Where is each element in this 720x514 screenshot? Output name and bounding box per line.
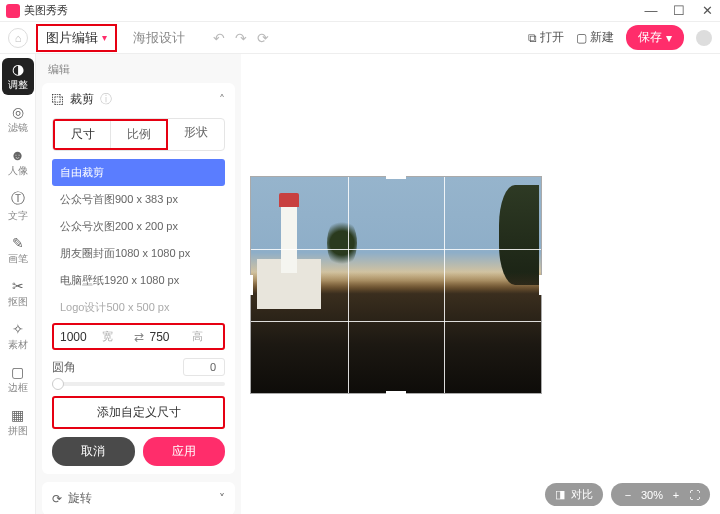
preset-moments[interactable]: 朋友圈封面1080 x 1080 px	[52, 240, 225, 267]
portrait-icon: ☻	[10, 147, 25, 163]
border-icon: ▢	[11, 364, 24, 380]
rail-border[interactable]: ▢边框	[2, 361, 34, 398]
preset-wallpaper[interactable]: 电脑壁纸1920 x 1080 px	[52, 267, 225, 294]
zoom-value: 30%	[641, 489, 663, 501]
height-input[interactable]	[150, 330, 188, 344]
adjust-icon: ◑	[12, 61, 24, 77]
cutout-icon: ✂	[12, 278, 24, 294]
avatar[interactable]	[696, 30, 712, 46]
crop-handle-br[interactable]	[531, 383, 545, 397]
width-input[interactable]	[60, 330, 98, 344]
corner-label: 圆角	[52, 359, 76, 376]
zoom-out-button[interactable]: −	[621, 489, 635, 501]
chevron-down-icon: ˅	[219, 492, 225, 506]
app-logo	[6, 4, 20, 18]
chevron-down-icon: ▾	[666, 31, 672, 45]
rail-cutout[interactable]: ✂抠图	[2, 275, 34, 312]
save-button[interactable]: 保存▾	[626, 25, 684, 50]
window-minimize[interactable]: —	[644, 3, 658, 18]
tab-poster-design[interactable]: 海报设计	[123, 26, 195, 50]
brush-icon: ✎	[12, 235, 24, 251]
crop-handle-tl[interactable]	[247, 173, 261, 187]
home-button[interactable]: ⌂	[8, 28, 28, 48]
crop-handle-r[interactable]	[539, 275, 544, 295]
app-name: 美图秀秀	[24, 3, 68, 18]
corner-value[interactable]: 0	[183, 358, 225, 376]
rail-portrait[interactable]: ☻人像	[2, 144, 34, 181]
compare-button[interactable]: ◨对比	[545, 483, 603, 506]
cancel-button[interactable]: 取消	[52, 437, 135, 466]
crop-handle-b[interactable]	[386, 391, 406, 396]
window-close[interactable]: ✕	[700, 3, 714, 18]
crop-icon: ⿻	[52, 93, 64, 107]
link-dimensions-icon[interactable]: ⇄	[134, 330, 144, 344]
tab-image-edit[interactable]: 图片编辑 ▾	[36, 24, 117, 52]
fit-screen-icon[interactable]: ⛶	[689, 489, 700, 501]
rail-text[interactable]: Ⓣ文字	[2, 187, 34, 226]
rail-puzzle[interactable]: ▦拼图	[2, 404, 34, 441]
chevron-up-icon: ˄	[219, 93, 225, 107]
preset-free[interactable]: 自由裁剪	[52, 159, 225, 186]
material-icon: ✧	[12, 321, 24, 337]
text-icon: Ⓣ	[11, 190, 25, 208]
preset-logo[interactable]: Logo设计500 x 500 px	[52, 294, 225, 321]
tab-size[interactable]: 尺寸	[55, 121, 110, 148]
open-icon: ⧉	[528, 31, 537, 45]
tab-image-edit-label: 图片编辑	[46, 29, 98, 47]
preset-wechat-2[interactable]: 公众号次图200 x 200 px	[52, 213, 225, 240]
window-maximize[interactable]: ☐	[672, 3, 686, 18]
preset-wechat-1[interactable]: 公众号首图900 x 383 px	[52, 186, 225, 213]
chevron-down-icon: ▾	[102, 32, 107, 43]
image-preview[interactable]	[250, 176, 542, 394]
redo-button[interactable]: ↷	[235, 30, 247, 46]
history-button[interactable]: ⟳	[257, 30, 269, 46]
tab-ratio[interactable]: 比例	[110, 121, 166, 148]
zoom-in-button[interactable]: +	[669, 489, 683, 501]
filter-icon: ◎	[12, 104, 24, 120]
rail-adjust[interactable]: ◑调整	[2, 58, 34, 95]
tab-shape[interactable]: 形状	[168, 119, 224, 150]
slider-knob[interactable]	[52, 378, 64, 390]
rail-brush[interactable]: ✎画笔	[2, 232, 34, 269]
panel-title: 编辑	[42, 60, 235, 79]
crop-handle-bl[interactable]	[247, 383, 261, 397]
rail-material[interactable]: ✧素材	[2, 318, 34, 355]
rotate-icon: ⟳	[52, 492, 62, 506]
new-button[interactable]: ▢新建	[576, 29, 614, 46]
puzzle-icon: ▦	[11, 407, 24, 423]
compare-icon: ◨	[555, 488, 565, 501]
rotate-accordion[interactable]: ⟳ 旋转 ˅	[42, 482, 235, 514]
undo-button[interactable]: ↶	[213, 30, 225, 46]
apply-button[interactable]: 应用	[143, 437, 226, 466]
crop-accordion[interactable]: ⿻ 裁剪 ⓘ ˄	[52, 91, 225, 108]
crop-handle-t[interactable]	[386, 174, 406, 179]
crop-handle-tr[interactable]	[531, 173, 545, 187]
info-icon: ⓘ	[100, 91, 112, 108]
crop-frame[interactable]	[250, 176, 542, 394]
zoom-control[interactable]: − 30% + ⛶	[611, 483, 710, 506]
corner-slider[interactable]	[52, 382, 225, 386]
add-custom-size-button[interactable]: 添加自定义尺寸	[52, 396, 225, 429]
new-icon: ▢	[576, 31, 587, 45]
open-button[interactable]: ⧉打开	[528, 29, 564, 46]
rail-filter[interactable]: ◎滤镜	[2, 101, 34, 138]
crop-handle-l[interactable]	[248, 275, 253, 295]
